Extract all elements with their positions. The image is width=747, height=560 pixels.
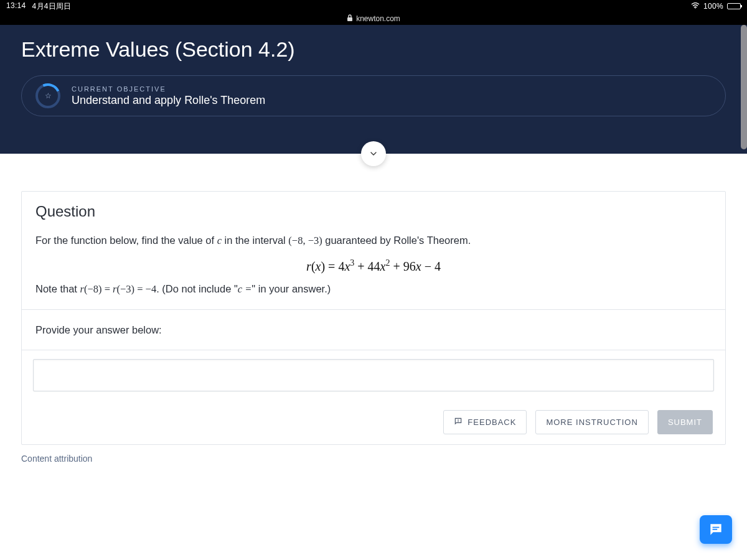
chevron-down-icon — [369, 149, 378, 159]
status-date: 4月4日周日 — [32, 1, 72, 12]
objective-text: Understand and apply Rolle's Theorem — [72, 94, 265, 107]
provide-answer-section: Provide your answer below: — [22, 310, 725, 350]
expand-header-button[interactable] — [361, 141, 386, 166]
page-title: Extreme Values (Section 4.2) — [21, 37, 726, 62]
note-pre: Note that — [35, 283, 80, 294]
browser-url-bar[interactable]: knewton.com — [0, 12, 747, 25]
prompt-pre: For the function below, find the value o… — [35, 235, 217, 246]
objective-label: CURRENT OBJECTIVE — [72, 85, 265, 93]
svg-rect-5 — [713, 529, 718, 530]
prompt-post: guaranteed by Rolle's Theorem. — [322, 235, 471, 246]
submit-button[interactable]: SUBMIT — [657, 410, 713, 434]
battery-icon — [727, 3, 741, 9]
note-var: c = — [238, 283, 252, 295]
note-final: " in your answer.) — [251, 283, 331, 294]
svg-point-0 — [695, 7, 696, 9]
browser-host: knewton.com — [356, 14, 400, 23]
question-prompt: For the function below, find the value o… — [35, 231, 712, 250]
main-content: Question For the function below, find th… — [0, 154, 747, 476]
more-instruction-button[interactable]: MORE INSTRUCTION — [535, 410, 648, 434]
prompt-interval: (−8, −3) — [288, 235, 322, 246]
svg-rect-3 — [458, 421, 459, 422]
provide-label: Provide your answer below: — [35, 321, 712, 338]
feedback-button[interactable]: FEEDBACK — [443, 410, 527, 434]
content-attribution-link[interactable]: Content attribution — [21, 454, 726, 464]
submit-label: SUBMIT — [668, 418, 702, 427]
svg-rect-2 — [458, 419, 459, 421]
course-header: Extreme Values (Section 4.2) ☆ CURRENT O… — [0, 25, 747, 154]
question-card: Question For the function below, find th… — [21, 191, 726, 445]
svg-rect-4 — [713, 527, 720, 528]
lock-icon — [347, 14, 353, 24]
answer-input[interactable] — [33, 359, 714, 391]
answer-input-section — [22, 350, 725, 400]
feedback-label: FEEDBACK — [467, 418, 516, 427]
device-status-bar: 13:14 4月4日周日 100% — [0, 0, 747, 12]
chat-button[interactable] — [700, 515, 732, 544]
question-formula: r(x) = 4x3 + 44x2 + 96x − 4 — [35, 258, 712, 274]
status-time: 13:14 — [6, 1, 26, 12]
question-section: Question For the function below, find th… — [22, 192, 725, 310]
scroll-indicator[interactable] — [741, 25, 747, 149]
alert-icon — [454, 417, 463, 427]
prompt-mid: in the interval — [222, 235, 288, 246]
question-note: Note that r(−8) = r(−3) = −4. (Do not in… — [35, 280, 712, 298]
note-post: . (Do not include " — [156, 283, 238, 294]
action-row: FEEDBACK MORE INSTRUCTION SUBMIT — [22, 400, 725, 444]
question-heading: Question — [35, 203, 712, 220]
svg-rect-1 — [347, 17, 352, 21]
more-instruction-label: MORE INSTRUCTION — [546, 418, 637, 427]
progress-ring-icon: ☆ — [35, 83, 60, 108]
chat-icon — [708, 521, 724, 538]
current-objective-pill[interactable]: ☆ CURRENT OBJECTIVE Understand and apply… — [21, 75, 726, 116]
prompt-var: c — [217, 235, 222, 246]
status-battery-pct: 100% — [703, 2, 723, 11]
wifi-icon — [691, 2, 700, 11]
